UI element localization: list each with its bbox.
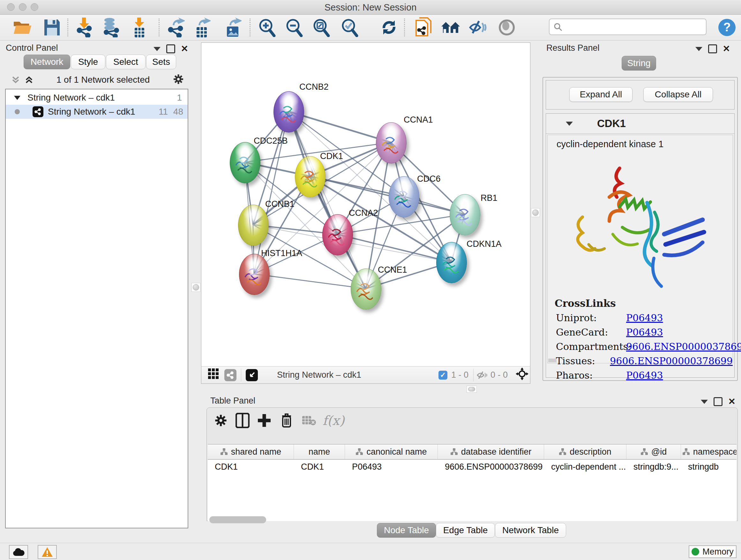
- import-network-file-icon[interactable]: [74, 17, 94, 38]
- column-header-shared-name[interactable]: shared name: [208, 444, 294, 459]
- network-collection-row[interactable]: String Network – cdk1 1: [6, 91, 188, 105]
- panel-float-icon[interactable]: [708, 44, 717, 53]
- table-cell[interactable]: CDK1: [294, 460, 345, 474]
- table-cell[interactable]: stringdb: [681, 460, 737, 474]
- crosslink-tissues-link[interactable]: 9606.ENSP00000378699: [610, 355, 733, 367]
- pan-crosshair-icon[interactable]: [516, 368, 529, 382]
- panel-close-icon[interactable]: ✕: [723, 45, 730, 52]
- search-field[interactable]: [549, 18, 706, 35]
- tab-string[interactable]: String: [622, 56, 656, 71]
- edge-CDK1-RB1[interactable]: [310, 176, 465, 214]
- zoom-in-icon[interactable]: [257, 17, 277, 38]
- import-table-file-icon[interactable]: [129, 17, 149, 38]
- grid-view-icon[interactable]: [208, 368, 219, 382]
- network-options-gear-icon[interactable]: [173, 74, 184, 86]
- protein-section-header[interactable]: CDK1: [546, 114, 734, 134]
- column-header-description[interactable]: description: [544, 444, 626, 459]
- warning-button[interactable]: [38, 545, 57, 559]
- network-node-CCNA2[interactable]: [322, 214, 353, 255]
- horizontal-scrollbar[interactable]: [209, 516, 266, 523]
- string-import-icon[interactable]: [413, 17, 434, 38]
- crosslink-pharos-link[interactable]: P06493: [626, 370, 663, 381]
- network-node-CCNB1[interactable]: [238, 205, 269, 246]
- panel-menu-icon[interactable]: [153, 47, 160, 51]
- tab-network-table[interactable]: Network Table: [495, 523, 566, 538]
- import-network-database-icon[interactable]: [101, 17, 121, 38]
- show-hide-visibility-icon[interactable]: [468, 17, 488, 38]
- search-input[interactable]: [562, 22, 697, 32]
- table-gear-icon[interactable]: [212, 412, 230, 429]
- network-node-RB1[interactable]: [450, 194, 480, 235]
- tab-select[interactable]: Select: [106, 55, 145, 69]
- panel-menu-icon[interactable]: [701, 400, 708, 404]
- zoom-out-icon[interactable]: [284, 17, 304, 38]
- network-node-CCNE1[interactable]: [351, 268, 381, 310]
- zoom-selected-icon[interactable]: [339, 17, 360, 38]
- expand-all-button[interactable]: Expand All: [569, 87, 632, 102]
- edge-CCNB2-CCNA1[interactable]: [288, 111, 391, 142]
- panel-close-icon[interactable]: ✕: [728, 398, 736, 405]
- export-network-icon[interactable]: [165, 17, 186, 38]
- tab-edge-table[interactable]: Edge Table: [436, 523, 495, 538]
- table-cell[interactable]: P06493: [345, 460, 438, 474]
- right-splitter[interactable]: [531, 208, 540, 217]
- table-cell[interactable]: cyclin-dependent ...: [544, 460, 626, 474]
- birdseye-view-icon[interactable]: [246, 369, 258, 381]
- network-node-CDK1[interactable]: [295, 156, 326, 197]
- tab-network[interactable]: Network: [23, 55, 70, 69]
- network-row-selected[interactable]: String Network – cdk1 11 48: [6, 105, 188, 119]
- network-node-CDC25B[interactable]: [230, 142, 260, 183]
- panel-float-icon[interactable]: [166, 44, 175, 53]
- open-session-icon[interactable]: [12, 17, 32, 38]
- bottom-splitter[interactable]: [467, 386, 477, 393]
- tab-node-table[interactable]: Node Table: [377, 523, 436, 538]
- table-header-row: shared namenamecanonical namedatabase id…: [208, 444, 737, 460]
- network-node-CCNB2[interactable]: [273, 91, 304, 132]
- table-cell[interactable]: stringdb:9...: [626, 460, 681, 474]
- save-session-icon[interactable]: [42, 17, 62, 38]
- table-cell[interactable]: 9606.ENSP00000378699: [438, 460, 544, 474]
- memory-button[interactable]: Memory: [689, 545, 737, 558]
- column-header-namespace[interactable]: namespace: [681, 444, 737, 459]
- network-node-CDC6[interactable]: [389, 176, 419, 217]
- collapse-all-networks-icon[interactable]: [11, 76, 20, 84]
- column-header-name[interactable]: name: [294, 444, 345, 459]
- export-table-icon[interactable]: [192, 17, 212, 38]
- tab-sets[interactable]: Sets: [146, 55, 176, 69]
- cloud-button[interactable]: [9, 545, 28, 559]
- string-home-icon[interactable]: [441, 17, 461, 38]
- help-icon[interactable]: ?: [717, 17, 737, 38]
- export-image-icon[interactable]: [222, 17, 243, 38]
- delete-column-icon[interactable]: [278, 412, 295, 429]
- zoom-fit-icon[interactable]: [311, 17, 331, 38]
- left-splitter[interactable]: [192, 283, 200, 292]
- column-header-canonical-name[interactable]: canonical name: [345, 444, 438, 459]
- inspect-sphere-icon[interactable]: [496, 17, 517, 38]
- selected-nodes-checkbox[interactable]: ✓: [439, 371, 448, 380]
- collection-expander-icon[interactable]: [14, 96, 20, 100]
- inner-scrollbar[interactable]: [548, 359, 556, 362]
- crosslink-compartments-link[interactable]: 9606.ENSP00000378699: [626, 341, 741, 352]
- panel-float-icon[interactable]: [714, 397, 723, 406]
- column-header--id[interactable]: @id: [626, 444, 681, 459]
- network-node-CDKN1A[interactable]: [436, 242, 467, 283]
- select-columns-icon[interactable]: [233, 412, 252, 429]
- crosslink-uniprot-link[interactable]: P06493: [626, 312, 663, 323]
- column-header-database-identifier[interactable]: database identifier: [438, 444, 544, 459]
- panel-menu-icon[interactable]: [695, 47, 702, 51]
- network-share-view-icon[interactable]: [224, 369, 237, 381]
- refresh-icon[interactable]: [379, 17, 399, 38]
- edge-CCNB2-CCNE1[interactable]: [288, 111, 366, 289]
- table-cell[interactable]: CDK1: [208, 460, 294, 474]
- crosslink-genecard-link[interactable]: P06493: [626, 327, 663, 338]
- add-column-icon[interactable]: [255, 412, 273, 429]
- edge-HIST1H1A-CCNE1[interactable]: [254, 274, 366, 289]
- expand-all-networks-icon[interactable]: [25, 76, 33, 84]
- network-node-CCNA1[interactable]: [376, 122, 407, 164]
- tab-style[interactable]: Style: [71, 55, 105, 69]
- section-expander-icon[interactable]: [566, 122, 573, 126]
- panel-close-icon[interactable]: ✕: [181, 45, 188, 52]
- collapse-all-button[interactable]: Collapse All: [643, 87, 713, 102]
- network-node-HIST1H1A[interactable]: [239, 254, 270, 295]
- network-view-canvas[interactable]: CCNB2CCNA1CDC25BCDK1CDC6RB1CCNB1CCNA2CDK…: [201, 43, 530, 384]
